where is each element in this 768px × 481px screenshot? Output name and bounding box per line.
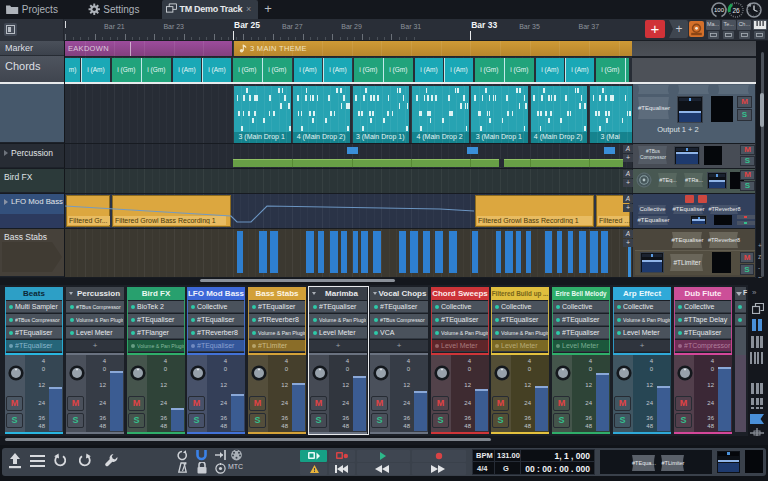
- svg-text:+: +: [675, 22, 682, 36]
- svg-text:26: 26: [732, 7, 740, 14]
- svg-text:100: 100: [714, 7, 725, 13]
